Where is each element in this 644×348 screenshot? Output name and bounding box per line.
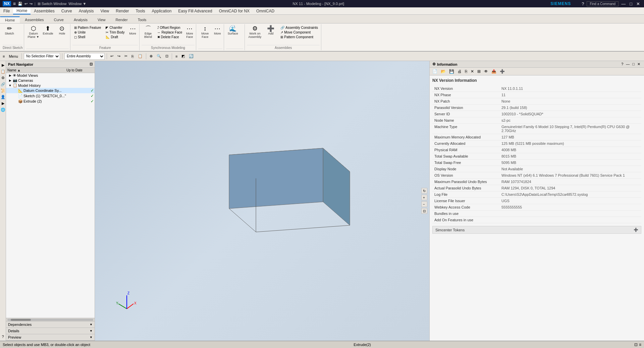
- constraint-nav-icon[interactable]: 🔗: [0, 81, 6, 87]
- help-sidebar-icon[interactable]: ?: [0, 334, 6, 339]
- sketch-btn[interactable]: ✏ Sketch: [3, 25, 16, 36]
- search-command[interactable]: Find a Command: [587, 1, 619, 6]
- nav-item-model-history[interactable]: ▼ 📋 Model History: [6, 83, 95, 88]
- redo-tool-btn[interactable]: ↪: [116, 53, 122, 59]
- assembly-nav-icon[interactable]: ⚙: [0, 75, 6, 80]
- tab-home[interactable]: Home: [0, 16, 20, 23]
- info-close-btn[interactable]: ✕: [636, 62, 641, 66]
- snap-btn[interactable]: ⊕: [148, 53, 154, 59]
- menu-analysis[interactable]: Analysis: [75, 8, 97, 14]
- expand-cameras[interactable]: ▶: [8, 79, 12, 82]
- info-minimize-btn[interactable]: —: [625, 62, 631, 66]
- tab-view[interactable]: View: [93, 16, 111, 23]
- part-nav-expand-btn[interactable]: ⊡: [90, 62, 93, 66]
- expand-model-views[interactable]: ▶: [8, 74, 12, 77]
- nav-item-sketch[interactable]: 📄 Sketch (1) "SKETCH_0..." ✓: [6, 93, 95, 99]
- tab-assemblies[interactable]: Assemblies: [20, 16, 49, 23]
- details-panel[interactable]: Details ▼: [6, 328, 95, 334]
- menu-easyfill[interactable]: Easy Fill Advanced: [175, 8, 215, 14]
- zoom-in-btn[interactable]: +: [421, 195, 427, 200]
- maximize-btn[interactable]: □: [628, 1, 634, 6]
- datum-plane-btn[interactable]: ⬡ DatumPlane ▼: [26, 25, 40, 40]
- tab-render[interactable]: Render: [111, 16, 133, 23]
- nav-item-datum[interactable]: 📐 Datum Coordinate Sy... ✓: [6, 88, 95, 93]
- nav-item-extrude[interactable]: 📦 Extrude (2) ✓: [6, 99, 95, 104]
- nav-scrollbar[interactable]: [6, 318, 95, 321]
- menu-home[interactable]: Home: [13, 8, 31, 14]
- trim-body-btn[interactable]: ✂ Trim Body: [105, 30, 125, 35]
- feature-more-btn[interactable]: ⋯ More: [128, 25, 138, 44]
- history-icon[interactable]: 📜: [0, 88, 6, 93]
- orient-btn[interactable]: 🔄: [187, 53, 195, 59]
- copy-btn[interactable]: ⎘: [130, 54, 135, 59]
- menu-application[interactable]: Application: [149, 8, 175, 14]
- minimize-btn[interactable]: —: [620, 1, 627, 6]
- pattern-feature-btn[interactable]: ⊞ Pattern Feature: [73, 25, 102, 30]
- zoom-btn[interactable]: 🔍: [155, 53, 163, 59]
- more-face-btn[interactable]: ⋯ MoreFace: [184, 25, 195, 40]
- tab-analysis[interactable]: Analysis: [69, 16, 93, 23]
- nav-item-cameras[interactable]: ▶ 📷 Cameras: [6, 78, 95, 83]
- layer-btn[interactable]: ≡: [174, 54, 179, 59]
- status-icon2[interactable]: ≡: [639, 342, 641, 347]
- info-tool-expand[interactable]: ⊞: [476, 68, 482, 74]
- hole-btn[interactable]: ⊙ Hole: [55, 25, 69, 36]
- scroll-track[interactable]: [7, 319, 93, 321]
- work-on-assembly-btn[interactable]: ⚙ Work onAssembly: [247, 25, 263, 44]
- add-component-btn[interactable]: ➕ Add: [264, 25, 277, 44]
- preview-panel[interactable]: Preview ▼: [6, 334, 95, 341]
- roles-icon[interactable]: 👤: [0, 94, 6, 100]
- rotate-btn[interactable]: ↻: [421, 188, 427, 194]
- toolbar-menu-label[interactable]: Menu: [7, 54, 19, 59]
- window-btn[interactable]: Window ▼: [68, 2, 86, 6]
- info-tool-add[interactable]: ➕: [498, 68, 506, 74]
- info-tool-print[interactable]: 🖨: [456, 68, 463, 74]
- menu-toggle-btn[interactable]: ≡: [1, 54, 6, 59]
- menu-render[interactable]: Render: [112, 8, 132, 14]
- resource-bar-btn[interactable]: ▶: [0, 62, 6, 68]
- info-tool-export[interactable]: 📤: [490, 68, 498, 74]
- surface-btn[interactable]: 🌊 Surface: [226, 25, 239, 36]
- offset-region-btn[interactable]: ⤴ Offset Region: [156, 25, 183, 30]
- process-icon[interactable]: ▶: [0, 101, 6, 106]
- col-name-header[interactable]: Name ▲: [7, 68, 66, 72]
- cut-btn[interactable]: ✂: [123, 53, 129, 59]
- menu-omnicad-nx[interactable]: OmniCAD for NX: [216, 8, 253, 14]
- chamfer-btn[interactable]: ◤ Chamfer: [105, 25, 125, 30]
- move-more-btn[interactable]: ⋯ More: [212, 25, 222, 36]
- assembly-filter-select[interactable]: Entire Assembly: [64, 53, 105, 60]
- menu-curve[interactable]: Curve: [58, 8, 75, 14]
- quick-access-redo[interactable]: ↪: [30, 2, 33, 6]
- draft-btn[interactable]: 📐 Draft: [105, 35, 125, 39]
- pattern-component-btn[interactable]: ⊞ Pattern Component: [279, 35, 319, 39]
- dependencies-panel[interactable]: Dependencies ▼: [6, 322, 95, 328]
- simcenter-tokens-section[interactable]: Simcenter Tokens ➕: [432, 226, 641, 234]
- move-face-btn[interactable]: ↕ MoveFace: [198, 25, 212, 40]
- info-tool-close2[interactable]: ✕: [469, 68, 475, 74]
- undo-tool-btn[interactable]: ↩: [109, 53, 115, 59]
- menu-file[interactable]: File: [0, 8, 13, 14]
- selection-filter-select[interactable]: No Selection Filter: [24, 53, 60, 60]
- quick-access-save[interactable]: 💾: [18, 2, 22, 6]
- switch-window-btn[interactable]: ⊞ Switch Window: [38, 2, 67, 6]
- quick-access-undo[interactable]: ↩: [24, 2, 28, 6]
- paste-btn[interactable]: 📋: [137, 53, 144, 59]
- title-menu-icon[interactable]: ≡: [13, 1, 16, 6]
- menu-omnicad[interactable]: OmniCAD: [253, 8, 278, 14]
- unite-btn[interactable]: ⊕ Unite: [73, 30, 102, 35]
- edge-blend-btn[interactable]: ⌒ EdgeBlend: [142, 25, 155, 40]
- shell-btn[interactable]: ◻ Shell: [73, 35, 102, 39]
- col-date-header[interactable]: Up to Date: [66, 68, 93, 72]
- info-maximize-btn[interactable]: □: [631, 62, 636, 66]
- delete-face-btn[interactable]: ✖ Delete Face: [156, 35, 183, 39]
- help-btn[interactable]: ?: [580, 1, 585, 6]
- part-nav-icon[interactable]: 📋: [0, 69, 6, 74]
- info-help-btn[interactable]: ?: [620, 62, 624, 66]
- menu-view[interactable]: View: [97, 8, 112, 14]
- info-tool-open[interactable]: 📂: [439, 68, 447, 74]
- expand-model-history[interactable]: ▼: [8, 84, 12, 87]
- close-btn[interactable]: ✕: [635, 1, 641, 6]
- scroll-thumb[interactable]: [11, 319, 31, 321]
- fit-btn[interactable]: ⊡: [164, 53, 170, 59]
- fit-view-btn[interactable]: ⊡: [421, 208, 427, 214]
